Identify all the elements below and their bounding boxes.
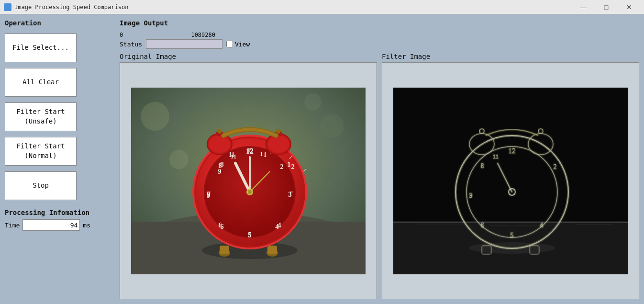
app-content: Operation File Select... All Clear Filte… bbox=[0, 14, 644, 304]
svg-point-57 bbox=[276, 129, 281, 134]
time-input[interactable] bbox=[22, 219, 80, 231]
image-output-section: Image Output 0 1089280 Status View bbox=[120, 19, 639, 50]
window-controls: — □ ✕ bbox=[572, 0, 640, 14]
filter-image-panel: Filter Image bbox=[382, 53, 639, 299]
right-panel: Image Output 0 1089280 Status View bbox=[120, 19, 639, 299]
svg-text:11: 11 bbox=[231, 153, 236, 160]
title-bar: Image Processing Speed Comparison — □ ✕ bbox=[0, 0, 644, 14]
svg-text:6: 6 bbox=[481, 222, 484, 229]
progress-min: 0 bbox=[120, 32, 123, 38]
svg-point-55 bbox=[268, 135, 289, 153]
svg-point-49 bbox=[248, 190, 252, 194]
svg-text:11: 11 bbox=[493, 153, 499, 160]
app-icon bbox=[4, 3, 11, 11]
svg-point-4 bbox=[320, 114, 344, 138]
file-select-button[interactable]: File Select... bbox=[5, 34, 77, 62]
status-label: Status bbox=[120, 41, 142, 48]
processing-section-label: Processing Infomation bbox=[5, 209, 115, 216]
filter-clock-svg: 12 2 4 5 6 9 8 11 bbox=[393, 88, 628, 274]
svg-text:5: 5 bbox=[248, 232, 252, 239]
svg-text:2: 2 bbox=[291, 163, 295, 170]
time-unit: ms bbox=[83, 222, 90, 229]
left-panel: Operation File Select... All Clear Filte… bbox=[5, 19, 115, 299]
svg-rect-11 bbox=[267, 246, 277, 254]
time-row: Time ms bbox=[5, 219, 115, 231]
svg-text:8: 8 bbox=[219, 162, 222, 169]
filter-image-label: Filter Image bbox=[382, 53, 639, 60]
svg-point-6 bbox=[304, 93, 322, 111]
svg-text:2: 2 bbox=[280, 163, 284, 170]
original-image-panel: Original Image bbox=[120, 53, 377, 299]
all-clear-button[interactable]: All Clear bbox=[5, 68, 77, 97]
progress-max: 1089280 bbox=[191, 32, 215, 38]
svg-rect-10 bbox=[220, 246, 229, 254]
svg-text:8: 8 bbox=[481, 162, 484, 169]
svg-point-51 bbox=[209, 135, 230, 153]
filter-image-frame: 12 2 4 5 6 9 8 11 bbox=[382, 62, 639, 299]
original-image-label: Original Image bbox=[120, 53, 377, 60]
svg-text:2: 2 bbox=[554, 163, 557, 170]
svg-text:5: 5 bbox=[511, 232, 514, 239]
view-checkbox-label[interactable]: View bbox=[226, 41, 250, 48]
minimize-button[interactable]: — bbox=[572, 0, 594, 14]
svg-text:4: 4 bbox=[278, 222, 281, 229]
svg-text:9: 9 bbox=[469, 192, 473, 199]
view-label: View bbox=[235, 41, 250, 48]
processing-section: Processing Infomation Time ms bbox=[5, 209, 115, 231]
stop-button[interactable]: Stop bbox=[5, 171, 77, 200]
close-button[interactable]: ✕ bbox=[618, 0, 640, 14]
progress-bar bbox=[146, 39, 222, 49]
svg-text:1: 1 bbox=[287, 160, 291, 168]
original-clock-svg: 12 1 3 4 5 6 9 8 11 1 2 9 12 2 4 bbox=[131, 88, 366, 274]
progress-labels: 0 1089280 bbox=[120, 32, 215, 38]
maximize-button[interactable]: □ bbox=[595, 0, 617, 14]
window-title: Image Processing Speed Comparison bbox=[14, 4, 572, 11]
original-image-frame: 12 1 3 4 5 6 9 8 11 1 2 9 12 2 4 bbox=[120, 62, 377, 299]
filter-start-unsafe-button[interactable]: Filter Start(Unsafe) bbox=[5, 102, 77, 131]
svg-point-5 bbox=[169, 150, 189, 169]
progress-row: 0 1089280 Status View bbox=[120, 32, 639, 49]
svg-text:6: 6 bbox=[219, 222, 222, 229]
svg-text:1: 1 bbox=[260, 150, 263, 158]
svg-point-3 bbox=[141, 102, 169, 131]
operation-section-label: Operation bbox=[5, 19, 115, 27]
svg-point-53 bbox=[217, 129, 222, 134]
svg-text:12: 12 bbox=[509, 147, 516, 155]
svg-text:1: 1 bbox=[264, 151, 267, 158]
image-output-label: Image Output bbox=[120, 19, 639, 27]
filter-start-normal-button[interactable]: Filter Start(Normal) bbox=[5, 137, 77, 166]
view-checkbox[interactable] bbox=[226, 41, 233, 47]
svg-text:9: 9 bbox=[207, 192, 211, 199]
status-row: Status View bbox=[120, 39, 639, 49]
time-label: Time bbox=[5, 222, 20, 229]
images-row: Original Image bbox=[120, 53, 639, 299]
